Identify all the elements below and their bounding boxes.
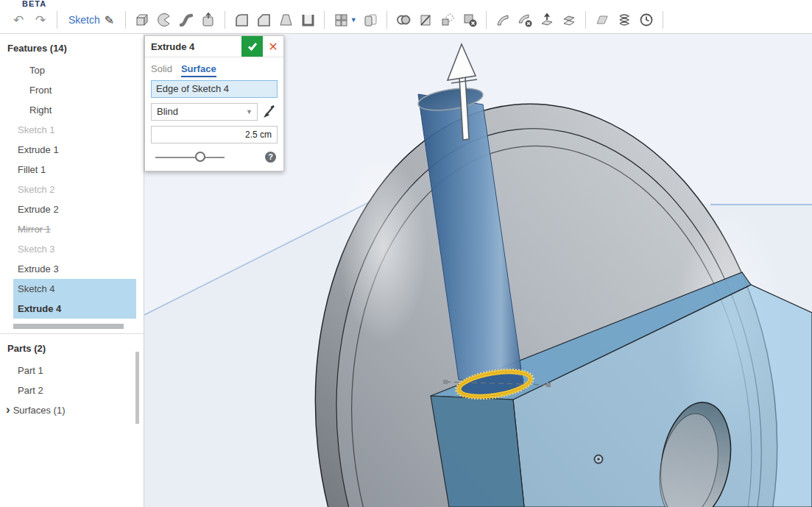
chamfer-button[interactable]: [253, 9, 275, 31]
pencil-icon: ✎: [105, 13, 114, 27]
part-item-label: Part 2: [18, 385, 43, 396]
panel-vertical-scrollbar[interactable]: [135, 352, 139, 424]
mirror-icon: [362, 12, 378, 28]
part-item[interactable]: Part 1: [13, 361, 136, 380]
undo-icon: ↶: [13, 14, 24, 26]
delete-face-button[interactable]: [514, 9, 536, 31]
feature-item[interactable]: Extrude 3: [13, 259, 136, 279]
feature-item-label: Sketch 2: [18, 184, 55, 195]
feature-item-label: Extrude 2: [18, 204, 59, 215]
feature-item-label: Right: [29, 104, 52, 116]
helix-button[interactable]: [613, 9, 635, 31]
feature-item[interactable]: Sketch 2: [13, 180, 136, 199]
revolve-icon: [156, 12, 172, 28]
sketch-button[interactable]: Sketch ✎: [63, 9, 120, 31]
dialog-title: Extrude 4: [145, 36, 241, 57]
feature-item-label: Extrude 4: [18, 303, 61, 314]
feature-item-label: Extrude 3: [18, 263, 59, 274]
plane-button[interactable]: [591, 9, 613, 31]
toolbar-separator: [225, 11, 225, 29]
feature-item[interactable]: Top: [13, 60, 136, 80]
feature-item[interactable]: Extrude 1: [13, 140, 136, 160]
redo-icon: ↷: [35, 14, 46, 26]
confirm-button[interactable]: [241, 36, 263, 57]
feature-item[interactable]: Extrude 2: [13, 199, 136, 219]
plane-icon: [594, 12, 610, 28]
undo-button[interactable]: ↶: [7, 9, 29, 31]
replace-face-button[interactable]: [558, 9, 580, 31]
sketch-label: Sketch: [68, 14, 100, 26]
redo-button[interactable]: ↷: [29, 9, 52, 31]
history-clock-icon: [638, 12, 654, 28]
surfaces-label: Surfaces (1): [13, 400, 66, 420]
features-horizontal-scrollbar[interactable]: [13, 324, 124, 329]
modify-fillet-icon: [495, 12, 511, 28]
feature-item-label: Top: [29, 65, 45, 76]
depth-input[interactable]: [151, 126, 278, 143]
sketch-point-marker[interactable]: [595, 455, 603, 464]
selection-field[interactable]: Edge of Sketch 4: [151, 80, 278, 98]
cancel-button[interactable]: ✕: [263, 36, 283, 57]
shell-icon: [300, 12, 316, 28]
feature-item-label: Mirror 1: [18, 224, 51, 235]
modify-fillet-button[interactable]: [492, 9, 514, 31]
chamfer-icon: [255, 12, 272, 28]
loft-button[interactable]: [197, 9, 219, 31]
pattern-dropdown-caret[interactable]: ▼: [350, 16, 357, 24]
feature-item[interactable]: Sketch 4: [13, 279, 136, 299]
transform-icon: [439, 12, 456, 28]
slider-track[interactable]: [155, 157, 225, 158]
split-button[interactable]: [414, 9, 437, 31]
flip-direction-button[interactable]: [261, 104, 278, 120]
toolbar-separator: [486, 11, 487, 29]
toolbar-separator: [386, 11, 387, 29]
feature-item[interactable]: Right: [13, 100, 136, 120]
transform-button[interactable]: [437, 9, 459, 31]
main-toolbar: ↶ ↷ Sketch ✎ ▼: [0, 7, 812, 34]
parts-list: Part 1Part 2: [0, 361, 144, 400]
history-button[interactable]: [635, 9, 657, 31]
extrude-icon: [134, 12, 150, 28]
extrude-button[interactable]: [131, 9, 153, 31]
end-condition-value: Blind: [157, 106, 178, 117]
close-x-icon: ✕: [268, 40, 278, 54]
toolbar-separator: [57, 11, 57, 29]
part-item[interactable]: Part 2: [13, 380, 136, 400]
slider-handle[interactable]: [195, 152, 205, 162]
disc-highlight: [339, 152, 427, 343]
toolbar-separator: [125, 11, 126, 29]
tab-solid[interactable]: Solid: [151, 63, 172, 74]
depth-slider: ?: [151, 151, 278, 164]
feature-item-label: Fillet 1: [18, 164, 46, 175]
feature-item-label: Sketch 1: [18, 124, 55, 135]
feature-item[interactable]: Sketch 3: [13, 239, 136, 259]
toolbar-separator: [585, 11, 586, 29]
feature-item[interactable]: Mirror 1: [13, 219, 136, 239]
features-list: TopFrontRightSketch 1Extrude 1Fillet 1Sk…: [0, 60, 144, 319]
sweep-button[interactable]: [175, 9, 197, 31]
feature-item[interactable]: Extrude 4: [13, 299, 136, 319]
help-icon[interactable]: ?: [265, 152, 276, 163]
tab-surface[interactable]: Surface: [181, 63, 216, 77]
result-type-tabs: SolidSurface: [151, 63, 278, 74]
feature-item[interactable]: Fillet 1: [13, 160, 136, 180]
replace-face-icon: [561, 12, 577, 28]
extrude-dialog: Extrude 4 ✕ SolidSurface Edge of Sketch …: [144, 35, 284, 171]
draft-button[interactable]: [275, 9, 297, 31]
move-face-button[interactable]: [536, 9, 558, 31]
revolve-button[interactable]: [153, 9, 175, 31]
shell-button[interactable]: [297, 9, 319, 31]
feature-item[interactable]: Sketch 1: [13, 120, 136, 140]
delete-part-button[interactable]: [459, 9, 481, 31]
linear-pattern-button[interactable]: ▼: [330, 9, 359, 31]
split-icon: [417, 12, 434, 28]
mirror-button[interactable]: [359, 9, 381, 31]
surfaces-group[interactable]: › Surfaces (1): [0, 400, 144, 420]
feature-item[interactable]: Front: [13, 80, 136, 100]
end-condition-dropdown[interactable]: Blind ▼: [151, 103, 258, 121]
fillet-button[interactable]: [230, 9, 253, 31]
toolbar-separator: [324, 11, 325, 29]
boolean-button[interactable]: [392, 9, 414, 31]
chevron-right-icon[interactable]: ›: [6, 403, 10, 416]
loft-icon: [200, 12, 216, 28]
